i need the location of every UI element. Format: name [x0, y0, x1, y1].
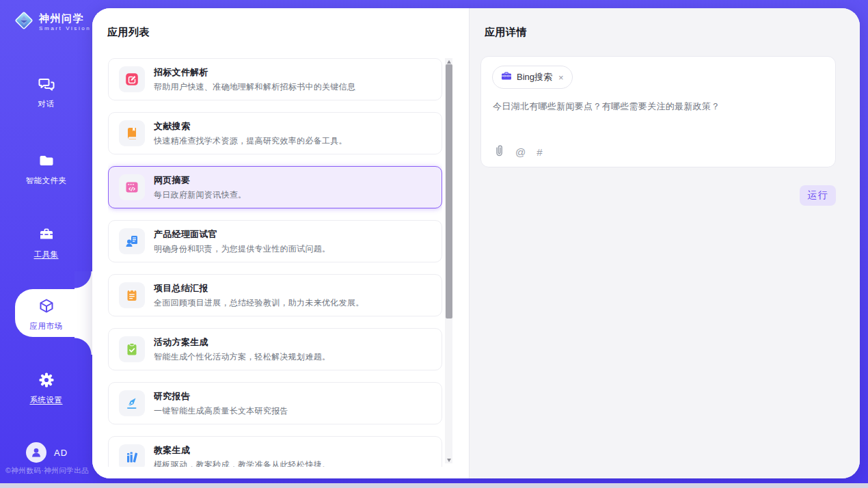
bubble-notch-top [74, 271, 92, 289]
sidebar-item-label: 应用市场 [0, 321, 92, 331]
browser-icon [119, 174, 145, 200]
app-list-scrollbar[interactable] [445, 58, 452, 463]
scroll-down-icon[interactable] [445, 457, 452, 463]
hash-icon[interactable]: # [537, 146, 542, 158]
app-card-pm-interviewer[interactable]: 产品经理面试官 明确身份和职责，为您提供专业性的面试问题。 [108, 220, 442, 262]
sidebar-item-label: 系统设置 [0, 395, 92, 405]
pen-square-icon [119, 66, 145, 92]
person-icon [30, 446, 42, 459]
app-desc: 明确身份和职责，为您提供专业性的面试问题。 [154, 243, 330, 255]
toolbox-icon [38, 226, 55, 243]
app-desc: 全面回顾项目进展，总结经验教训，助力未来优化发展。 [154, 297, 364, 309]
app-name: 教案生成 [154, 444, 330, 457]
paperclip-icon[interactable] [493, 144, 504, 159]
user-account[interactable]: AD [26, 442, 68, 463]
brand-subtitle: Smart Vision [39, 25, 91, 31]
prompt-toolbar: @ # [493, 144, 543, 159]
window-bottom-edge [0, 483, 868, 488]
briefcase-icon [501, 71, 512, 83]
app-card-event-plan[interactable]: 活动方案生成 智能生成个性化活动方案，轻松解决规划难题。 [108, 328, 442, 370]
app-name: 产品经理面试官 [154, 228, 330, 241]
app-list: 招标文件解析 帮助用户快速、准确地理解和解析招标书中的关键信息 文献搜索 快速精… [108, 58, 442, 467]
app-name: 招标文件解析 [154, 66, 355, 79]
app-list-panel: 应用列表 招标文件解析 帮助用户快速、准确地理解和解析招标书中的关键信息 [92, 8, 469, 478]
sidebar-item-app-market[interactable]: 应用市场 [0, 297, 92, 331]
app-name: 文献搜索 [154, 120, 347, 133]
notepad-icon [119, 282, 145, 308]
prompt-text[interactable]: 今日湖北有哪些新闻要点？有哪些需要关注的最新政策？ [493, 100, 720, 113]
app-list-title: 应用列表 [107, 26, 469, 39]
app-desc: 一键智能生成高质量长文本研究报告 [154, 405, 288, 417]
mention-icon[interactable]: @ [515, 146, 526, 158]
bubble-notch-bottom [74, 337, 92, 355]
app-detail-title: 应用详情 [485, 26, 860, 39]
app-card-literature-search[interactable]: 文献搜索 快速精准查找学术资源，提高研究效率的必备工具。 [108, 112, 442, 154]
app-card-project-summary[interactable]: 项目总结汇报 全面回顾项目进展，总结经验教训，助力未来优化发展。 [108, 274, 442, 316]
sidebar-item-label: 对话 [0, 99, 92, 109]
app-detail-panel: 应用详情 Bing搜索 × 今日湖北有哪些新 [469, 8, 860, 478]
chat-icon [38, 75, 55, 93]
folder-icon [38, 152, 55, 170]
sidebar: 神州问学 Smart Vision 对话 智能文件夹 [0, 0, 92, 483]
app-desc: 智能生成个性化活动方案，轻松解决规划难题。 [154, 351, 330, 363]
books-icon [119, 444, 145, 467]
app-name: 项目总结汇报 [154, 282, 364, 295]
interviewer-icon [119, 228, 145, 254]
clipboard-check-icon [119, 336, 145, 362]
sidebar-item-label: 工具集 [0, 249, 92, 260]
app-name: 网页摘要 [154, 174, 246, 187]
app-desc: 快速精准查找学术资源，提高研究效率的必备工具。 [154, 135, 347, 147]
sidebar-item-settings[interactable]: 系统设置 [0, 371, 92, 405]
sidebar-item-toolset[interactable]: 工具集 [0, 226, 92, 260]
diamond-logo-icon [14, 10, 34, 33]
prompt-card: Bing搜索 × 今日湖北有哪些新闻要点？有哪些需要关注的最新政策？ @ # [480, 56, 836, 167]
copyright-text: ©神州数码·神州问学出品 [5, 466, 89, 476]
app-name: 活动方案生成 [154, 336, 330, 349]
app-desc: 每日政府新闻资讯快查。 [154, 189, 246, 201]
app-card-research-report[interactable]: 研究报告 一键智能生成高质量长文本研究报告 [108, 382, 442, 424]
cube-icon [38, 297, 55, 315]
tool-tag-label: Bing搜索 [517, 71, 552, 83]
sidebar-item-smart-folder[interactable]: 智能文件夹 [0, 152, 92, 186]
sidebar-item-label: 智能文件夹 [0, 176, 92, 186]
tool-tag-bing-search[interactable]: Bing搜索 × [492, 66, 573, 89]
ink-pen-icon [119, 390, 145, 416]
app-window: 神州问学 Smart Vision 对话 智能文件夹 [0, 0, 868, 488]
close-icon[interactable]: × [558, 73, 564, 82]
sidebar-item-chat[interactable]: 对话 [0, 75, 92, 109]
user-name: AD [54, 448, 68, 458]
app-card-web-summary[interactable]: 网页摘要 每日政府新闻资讯快查。 [108, 166, 442, 208]
scrollbar-thumb[interactable] [446, 64, 452, 318]
book-icon [119, 120, 145, 146]
gear-icon [38, 371, 55, 389]
app-desc: 帮助用户快速、准确地理解和解析招标书中的关键信息 [154, 81, 355, 93]
app-card-lesson-plan[interactable]: 教案生成 模板驱动，教案秒成，教学准备从此轻松快捷。 [108, 436, 442, 467]
avatar [26, 442, 46, 463]
content-card: 应用列表 招标文件解析 帮助用户快速、准确地理解和解析招标书中的关键信息 [92, 8, 860, 478]
brand-name: 神州问学 [39, 12, 91, 24]
app-desc: 模板驱动，教案秒成，教学准备从此轻松快捷。 [154, 459, 330, 467]
app-card-bid-analysis[interactable]: 招标文件解析 帮助用户快速、准确地理解和解析招标书中的关键信息 [108, 58, 442, 100]
run-button[interactable]: 运行 [800, 185, 836, 206]
brand-logo: 神州问学 Smart Vision [14, 10, 91, 33]
app-name: 研究报告 [154, 390, 288, 403]
